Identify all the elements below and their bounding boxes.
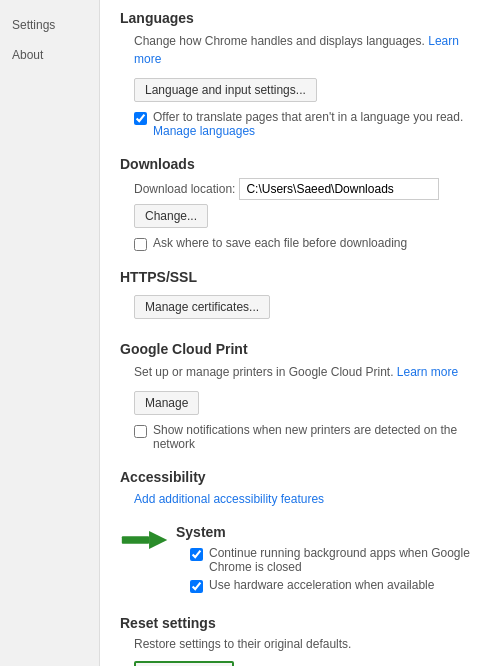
ask-save-checkbox-row: Ask where to save each file before downl… [134,236,480,251]
hardware-accel-checkbox-row: Use hardware acceleration when available [190,578,480,593]
system-wrapper: System Continue running background apps … [120,524,480,615]
hardware-accel-label: Use hardware acceleration when available [209,578,434,592]
languages-desc: Change how Chrome handles and displays l… [134,32,480,68]
download-location-input[interactable] [239,178,439,200]
downloads-title: Downloads [120,156,480,172]
reset-settings-desc: Restore settings to their original defau… [134,637,480,651]
background-apps-checkbox-row: Continue running background apps when Go… [190,546,480,574]
google-cloud-print-title: Google Cloud Print [120,341,480,357]
svg-marker-1 [149,531,167,549]
ask-save-checkbox[interactable] [134,238,147,251]
ask-save-label: Ask where to save each file before downl… [153,236,407,250]
arrow-icon [120,526,170,554]
change-download-button[interactable]: Change... [134,204,208,228]
manage-certificates-button[interactable]: Manage certificates... [134,295,270,319]
accessibility-features-link[interactable]: Add additional accessibility features [134,492,324,506]
https-ssl-section: HTTPS/SSL Manage certificates... [120,269,480,323]
sidebar-item-settings[interactable]: Settings [0,10,99,40]
hardware-accel-checkbox[interactable] [190,580,203,593]
printer-notifications-checkbox-row: Show notifications when new printers are… [134,423,480,451]
accessibility-section: Accessibility Add additional accessibili… [120,469,480,506]
settings-page: Settings About Languages Change how Chro… [0,0,500,666]
reset-settings-section: Reset settings Restore settings to their… [120,615,480,666]
cloud-print-manage-button[interactable]: Manage [134,391,199,415]
background-apps-label: Continue running background apps when Go… [209,546,480,574]
download-location-label: Download location: [134,182,235,196]
translate-checkbox-row: Offer to translate pages that aren't in … [134,110,480,138]
google-cloud-print-desc: Set up or manage printers in Google Clou… [134,363,480,381]
printer-notifications-label: Show notifications when new printers are… [153,423,480,451]
accessibility-title: Accessibility [120,469,480,485]
download-location-row: Download location: Change... [134,178,480,232]
translate-checkbox[interactable] [134,112,147,125]
background-apps-checkbox[interactable] [190,548,203,561]
languages-section: Languages Change how Chrome handles and … [120,10,480,138]
main-content: Languages Change how Chrome handles and … [100,0,500,666]
manage-languages-link[interactable]: Manage languages [153,124,255,138]
downloads-section: Downloads Download location: Change... A… [120,156,480,251]
system-arrow-indicator [120,526,170,554]
sidebar: Settings About [0,0,100,666]
cloud-print-learn-more-link[interactable]: Learn more [397,365,458,379]
language-input-settings-button[interactable]: Language and input settings... [134,78,317,102]
reset-settings-title: Reset settings [120,615,480,631]
reset-settings-button[interactable]: Reset settings [134,661,234,666]
translate-label: Offer to translate pages that aren't in … [153,110,480,138]
system-title: System [176,524,480,540]
system-section: System Continue running background apps … [176,524,480,597]
printer-notifications-checkbox[interactable] [134,425,147,438]
svg-rect-0 [122,536,149,543]
languages-title: Languages [120,10,480,26]
https-ssl-title: HTTPS/SSL [120,269,480,285]
sidebar-item-about[interactable]: About [0,40,99,70]
google-cloud-print-section: Google Cloud Print Set up or manage prin… [120,341,480,451]
